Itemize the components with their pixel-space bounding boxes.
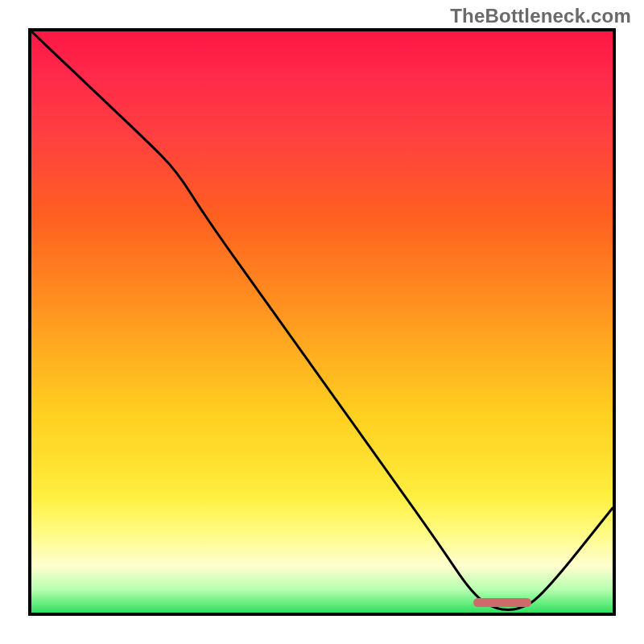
bottleneck-curve	[31, 31, 613, 613]
chart-figure: TheBottleneck.com	[0, 0, 644, 644]
watermark-text: TheBottleneck.com	[450, 5, 631, 27]
curve-path	[31, 31, 613, 609]
plot-area	[28, 28, 616, 616]
optimal-range-marker	[473, 598, 531, 608]
